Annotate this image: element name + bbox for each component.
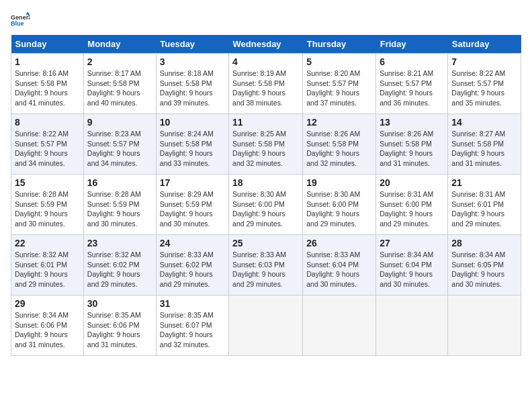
day-number: 28 (451, 238, 517, 248)
day-number: 22 (15, 238, 80, 248)
col-wednesday: Wednesday (229, 35, 303, 54)
day-number: 5 (306, 56, 372, 67)
table-row: 4Sunrise: 8:19 AMSunset: 5:58 PMDaylight… (229, 54, 303, 114)
day-number: 18 (232, 177, 299, 188)
day-number: 21 (451, 177, 517, 188)
col-thursday: Thursday (303, 35, 376, 54)
col-friday: Friday (376, 35, 448, 54)
table-row: 28Sunrise: 8:34 AMSunset: 6:05 PMDayligh… (448, 235, 521, 295)
day-number: 29 (15, 298, 80, 309)
day-info: Sunrise: 8:32 AMSunset: 6:02 PMDaylight:… (87, 250, 141, 288)
svg-text:General: General (11, 14, 30, 21)
day-info: Sunrise: 8:35 AMSunset: 6:07 PMDaylight:… (160, 311, 214, 349)
day-info: Sunrise: 8:16 AMSunset: 5:58 PMDaylight:… (15, 69, 69, 107)
table-row: 11Sunrise: 8:25 AMSunset: 5:58 PMDayligh… (229, 114, 303, 175)
table-row: 19Sunrise: 8:30 AMSunset: 6:00 PMDayligh… (303, 175, 376, 235)
day-info: Sunrise: 8:23 AMSunset: 5:57 PMDaylight:… (87, 130, 141, 167)
header: General Blue (11, 11, 521, 30)
day-number: 11 (232, 117, 299, 128)
table-row: 9Sunrise: 8:23 AMSunset: 5:57 PMDaylight… (83, 114, 156, 175)
day-info: Sunrise: 8:27 AMSunset: 5:58 PMDaylight:… (451, 130, 505, 167)
day-number: 6 (380, 56, 444, 67)
table-row: 15Sunrise: 8:28 AMSunset: 5:59 PMDayligh… (11, 175, 84, 235)
table-row: 20Sunrise: 8:31 AMSunset: 6:00 PMDayligh… (376, 175, 448, 235)
day-info: Sunrise: 8:33 AMSunset: 6:04 PMDaylight:… (306, 250, 360, 288)
day-info: Sunrise: 8:19 AMSunset: 5:58 PMDaylight:… (232, 69, 286, 107)
day-info: Sunrise: 8:24 AMSunset: 5:58 PMDaylight:… (160, 130, 214, 167)
day-info: Sunrise: 8:34 AMSunset: 6:05 PMDaylight:… (451, 250, 505, 288)
day-info: Sunrise: 8:33 AMSunset: 6:02 PMDaylight:… (160, 250, 214, 288)
day-number: 24 (160, 238, 225, 248)
day-info: Sunrise: 8:28 AMSunset: 5:59 PMDaylight:… (87, 190, 141, 228)
day-number: 26 (306, 238, 372, 248)
week-row: 8Sunrise: 8:22 AMSunset: 5:57 PMDaylight… (11, 114, 521, 175)
day-number: 31 (160, 298, 225, 309)
day-number: 1 (15, 56, 80, 67)
day-info: Sunrise: 8:28 AMSunset: 5:59 PMDaylight:… (15, 190, 69, 228)
table-row: 14Sunrise: 8:27 AMSunset: 5:58 PMDayligh… (448, 114, 521, 175)
table-row: 1Sunrise: 8:16 AMSunset: 5:58 PMDaylight… (11, 54, 84, 114)
day-info: Sunrise: 8:22 AMSunset: 5:57 PMDaylight:… (15, 130, 69, 167)
logo-icon: General Blue (11, 11, 30, 30)
day-info: Sunrise: 8:33 AMSunset: 6:03 PMDaylight:… (232, 250, 286, 288)
calendar-table: Sunday Monday Tuesday Wednesday Thursday… (11, 35, 521, 356)
table-row: 23Sunrise: 8:32 AMSunset: 6:02 PMDayligh… (83, 235, 156, 295)
day-number: 4 (232, 56, 299, 67)
week-row: 29Sunrise: 8:34 AMSunset: 6:06 PMDayligh… (11, 295, 521, 356)
day-number: 15 (15, 177, 80, 188)
day-info: Sunrise: 8:21 AMSunset: 5:57 PMDaylight:… (380, 69, 433, 107)
table-row: 24Sunrise: 8:33 AMSunset: 6:02 PMDayligh… (156, 235, 228, 295)
table-row: 8Sunrise: 8:22 AMSunset: 5:57 PMDaylight… (11, 114, 84, 175)
day-info: Sunrise: 8:35 AMSunset: 6:06 PMDaylight:… (87, 311, 141, 349)
table-row: 21Sunrise: 8:31 AMSunset: 6:01 PMDayligh… (448, 175, 521, 235)
table-row: 30Sunrise: 8:35 AMSunset: 6:06 PMDayligh… (83, 295, 156, 356)
week-row: 22Sunrise: 8:32 AMSunset: 6:01 PMDayligh… (11, 235, 521, 295)
table-row: 13Sunrise: 8:26 AMSunset: 5:58 PMDayligh… (376, 114, 448, 175)
table-row (448, 295, 521, 356)
day-info: Sunrise: 8:32 AMSunset: 6:01 PMDaylight:… (15, 250, 69, 288)
table-row (303, 295, 376, 356)
col-monday: Monday (83, 35, 156, 54)
day-info: Sunrise: 8:22 AMSunset: 5:57 PMDaylight:… (451, 69, 505, 107)
day-info: Sunrise: 8:26 AMSunset: 5:58 PMDaylight:… (380, 130, 433, 167)
day-number: 25 (232, 238, 299, 248)
table-row: 31Sunrise: 8:35 AMSunset: 6:07 PMDayligh… (156, 295, 228, 356)
table-row: 5Sunrise: 8:20 AMSunset: 5:57 PMDaylight… (303, 54, 376, 114)
day-info: Sunrise: 8:34 AMSunset: 6:06 PMDaylight:… (15, 311, 69, 349)
week-row: 1Sunrise: 8:16 AMSunset: 5:58 PMDaylight… (11, 54, 521, 114)
day-number: 14 (451, 117, 517, 128)
table-row (229, 295, 303, 356)
day-info: Sunrise: 8:25 AMSunset: 5:58 PMDaylight:… (232, 130, 286, 167)
day-number: 7 (451, 56, 517, 67)
day-number: 9 (87, 117, 152, 128)
table-row: 25Sunrise: 8:33 AMSunset: 6:03 PMDayligh… (229, 235, 303, 295)
svg-marker-2 (26, 11, 30, 14)
day-number: 3 (160, 56, 225, 67)
table-row: 26Sunrise: 8:33 AMSunset: 6:04 PMDayligh… (303, 235, 376, 295)
day-info: Sunrise: 8:26 AMSunset: 5:58 PMDaylight:… (306, 130, 360, 167)
svg-text:Blue: Blue (11, 20, 24, 27)
day-info: Sunrise: 8:30 AMSunset: 6:00 PMDaylight:… (306, 190, 360, 228)
day-info: Sunrise: 8:18 AMSunset: 5:58 PMDaylight:… (160, 69, 214, 107)
day-number: 2 (87, 56, 152, 67)
table-row: 18Sunrise: 8:30 AMSunset: 6:00 PMDayligh… (229, 175, 303, 235)
day-number: 20 (380, 177, 444, 188)
day-info: Sunrise: 8:31 AMSunset: 6:01 PMDaylight:… (451, 190, 505, 228)
table-row (376, 295, 448, 356)
table-row: 17Sunrise: 8:29 AMSunset: 5:59 PMDayligh… (156, 175, 228, 235)
table-row: 6Sunrise: 8:21 AMSunset: 5:57 PMDaylight… (376, 54, 448, 114)
day-number: 19 (306, 177, 372, 188)
col-tuesday: Tuesday (156, 35, 228, 54)
logo: General Blue (11, 11, 30, 30)
day-info: Sunrise: 8:30 AMSunset: 6:00 PMDaylight:… (232, 190, 286, 228)
day-number: 16 (87, 177, 152, 188)
day-number: 17 (160, 177, 225, 188)
day-info: Sunrise: 8:34 AMSunset: 6:04 PMDaylight:… (380, 250, 433, 288)
day-info: Sunrise: 8:31 AMSunset: 6:00 PMDaylight:… (380, 190, 433, 228)
table-row: 22Sunrise: 8:32 AMSunset: 6:01 PMDayligh… (11, 235, 84, 295)
day-number: 10 (160, 117, 225, 128)
col-sunday: Sunday (11, 35, 84, 54)
day-number: 12 (306, 117, 372, 128)
table-row: 3Sunrise: 8:18 AMSunset: 5:58 PMDaylight… (156, 54, 228, 114)
day-info: Sunrise: 8:17 AMSunset: 5:58 PMDaylight:… (87, 69, 141, 107)
